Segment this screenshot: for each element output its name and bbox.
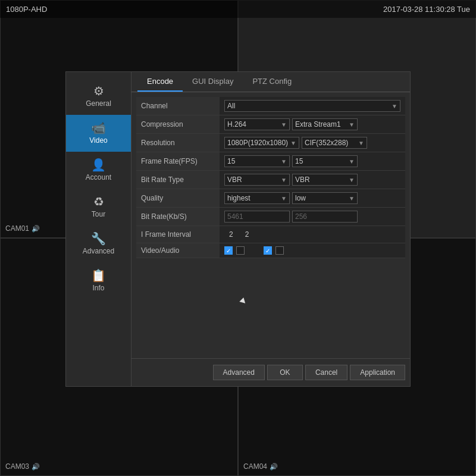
iframe-secondary-value: 2 — [240, 229, 254, 240]
channel-select[interactable]: All▼ — [224, 100, 400, 112]
form-row-compression: CompressionH.264▼Extra Stream1▼ — [136, 115, 405, 134]
account-icon: 👤 — [91, 159, 106, 171]
form-value-framerate: 15▼15▼ — [220, 152, 405, 171]
framerate-secondary-select[interactable]: 15▼ — [292, 155, 358, 167]
resolution-secondary-select[interactable]: CIF(352x288)▼ — [302, 137, 367, 149]
checkbox-va-audio1[interactable] — [236, 246, 245, 255]
advanced-icon: 🔧 — [91, 233, 106, 245]
sidebar-label-advanced: Advanced — [83, 247, 114, 255]
form-label-compression: Compression — [136, 115, 220, 134]
application-button[interactable]: Application — [350, 365, 405, 380]
form-label-videoaudio: Video/Audio — [136, 243, 220, 258]
info-icon: 📋 — [91, 270, 106, 281]
form-value-bitrate — [220, 208, 405, 226]
tab-encode[interactable]: Encode — [137, 72, 183, 92]
form-row-iframe: I Frame Interval22 — [136, 226, 405, 243]
form-value-resolution: 1080P(1920x1080)▼CIF(352x288)▼ — [220, 134, 405, 152]
settings-dialog: ⚙General📹Video👤Account♻Tour🔧Advanced📋Inf… — [65, 71, 411, 387]
footer: Advanced OK Cancel Application — [131, 358, 410, 386]
iframe-main-value: 2 — [224, 229, 238, 240]
ok-button[interactable]: OK — [267, 365, 303, 380]
sidebar-item-general[interactable]: ⚙General — [66, 78, 131, 115]
framerate-main-select[interactable]: 15▼ — [224, 155, 290, 167]
quality-main-select[interactable]: highest▼ — [224, 192, 290, 204]
form-row-channel: ChannelAll▼ — [136, 97, 405, 115]
checkbox-va-video1[interactable] — [224, 246, 233, 255]
tab-gui-display[interactable]: GUI Display — [183, 72, 243, 92]
bitratetype-main-select[interactable]: VBR▼ — [224, 174, 290, 186]
bitrate-main-input[interactable] — [224, 211, 290, 223]
video-icon: 📹 — [91, 122, 106, 134]
form-area: ChannelAll▼CompressionH.264▼Extra Stream… — [131, 92, 410, 358]
sidebar-item-advanced[interactable]: 🔧Advanced — [66, 226, 131, 262]
advanced-button[interactable]: Advanced — [213, 365, 265, 380]
sidebar: ⚙General📹Video👤Account♻Tour🔧Advanced📋Inf… — [66, 72, 131, 386]
sidebar-item-info[interactable]: 📋Info — [66, 262, 131, 299]
sidebar-label-video: Video — [89, 136, 107, 145]
form-label-framerate: Frame Rate(FPS) — [136, 152, 220, 171]
sidebar-item-account[interactable]: 👤Account — [66, 152, 131, 189]
checkbox-va-audio2[interactable] — [275, 246, 284, 255]
form-value-videoaudio — [220, 243, 405, 258]
tour-icon: ♻ — [93, 196, 104, 208]
form-label-bitratetype: Bit Rate Type — [136, 171, 220, 189]
tab-ptz-config[interactable]: PTZ Config — [243, 72, 301, 92]
resolution-main-select[interactable]: 1080P(1920x1080)▼ — [224, 137, 299, 149]
form-row-resolution: Resolution1080P(1920x1080)▼CIF(352x288)▼ — [136, 134, 405, 152]
sidebar-label-tour: Tour — [92, 210, 105, 218]
sidebar-item-video[interactable]: 📹Video — [66, 115, 131, 152]
sidebar-label-general: General — [86, 99, 111, 108]
sidebar-item-tour[interactable]: ♻Tour — [66, 189, 131, 226]
form-value-quality: highest▼low▼ — [220, 189, 405, 208]
form-label-iframe: I Frame Interval — [136, 226, 220, 243]
modal-overlay: ⚙General📹Video👤Account♻Tour🔧Advanced📋Inf… — [0, 0, 476, 476]
form-value-channel: All▼ — [220, 97, 405, 115]
bitrate-secondary-input[interactable] — [292, 211, 358, 223]
compression-main-select[interactable]: H.264▼ — [224, 118, 290, 130]
form-label-quality: Quality — [136, 189, 220, 208]
sidebar-label-info: Info — [92, 284, 104, 292]
form-value-iframe: 22 — [220, 226, 405, 243]
main-content: EncodeGUI DisplayPTZ Config ChannelAll▼C… — [131, 72, 410, 386]
form-label-channel: Channel — [136, 97, 220, 115]
form-label-resolution: Resolution — [136, 134, 220, 152]
encode-table: ChannelAll▼CompressionH.264▼Extra Stream… — [136, 97, 405, 258]
form-row-quality: Qualityhighest▼low▼ — [136, 189, 405, 208]
compression-secondary-select[interactable]: Extra Stream1▼ — [292, 118, 358, 130]
form-value-compression: H.264▼Extra Stream1▼ — [220, 115, 405, 134]
form-row-videoaudio: Video/Audio — [136, 243, 405, 258]
form-value-bitratetype: VBR▼VBR▼ — [220, 171, 405, 189]
general-icon: ⚙ — [93, 85, 104, 97]
form-label-bitrate: Bit Rate(Kb/S) — [136, 208, 220, 226]
tabs-bar: EncodeGUI DisplayPTZ Config — [131, 72, 410, 92]
checkbox-va-video2[interactable] — [264, 246, 272, 255]
form-row-framerate: Frame Rate(FPS)15▼15▼ — [136, 152, 405, 171]
sidebar-label-account: Account — [86, 173, 111, 181]
cancel-button[interactable]: Cancel — [305, 365, 347, 380]
form-row-bitratetype: Bit Rate TypeVBR▼VBR▼ — [136, 171, 405, 189]
bitratetype-secondary-select[interactable]: VBR▼ — [292, 174, 358, 186]
quality-secondary-select[interactable]: low▼ — [292, 192, 358, 204]
form-row-bitrate: Bit Rate(Kb/S) — [136, 208, 405, 226]
